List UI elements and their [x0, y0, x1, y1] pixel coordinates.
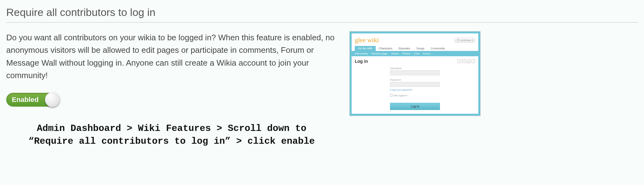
tab-songs[interactable]: Songs — [413, 46, 428, 51]
content-row: Do you want all contributors on your wik… — [6, 31, 638, 148]
instruction-line-2: “Require all contributors to log in” > c… — [16, 135, 328, 148]
subtab-wiki-activity[interactable]: Wiki Activity — [355, 52, 368, 55]
social-icon-2[interactable]: ✦ — [462, 59, 466, 63]
forgot-password-link[interactable]: Forgot your password? — [390, 89, 440, 91]
login-panel: Log in f ✦ g t Username Password Forgot … — [352, 56, 478, 114]
left-column: Do you want all contributors on your wik… — [6, 31, 337, 148]
stay-logged-label: Stay logged in — [393, 94, 407, 97]
secondary-tabs: Wiki Activity Random page Videos Photos … — [352, 51, 478, 56]
subtab-chat[interactable]: Chat — [414, 52, 419, 55]
subtab-forum[interactable]: Forum — [423, 52, 430, 55]
subtab-videos[interactable]: Videos — [391, 52, 399, 55]
screenshot-thumbnail: glee wiki ☰ Contribute ▾ On the Wiki Cha… — [349, 31, 481, 116]
tab-episodes[interactable]: Episodes — [396, 46, 413, 51]
feature-description: Do you want all contributors on your wik… — [6, 31, 337, 82]
login-button[interactable]: Log in — [390, 103, 440, 110]
contribute-label: Contribute — [460, 39, 471, 42]
tab-characters[interactable]: Characters — [376, 46, 396, 51]
toggle-label: Enabled — [12, 96, 39, 104]
subtab-photos[interactable]: Photos — [402, 52, 410, 55]
instruction-text: Admin Dashboard > Wiki Features > Scroll… — [6, 122, 337, 148]
login-form: Username Password Forgot your password? … — [390, 67, 440, 110]
wiki-logo: glee wiki — [355, 36, 379, 44]
toggle-knob[interactable] — [45, 92, 60, 107]
password-input[interactable] — [390, 82, 440, 87]
social-icon-1[interactable]: f — [457, 59, 461, 63]
contribute-button[interactable]: ☰ Contribute ▾ — [455, 38, 475, 42]
subtab-random-page[interactable]: Random page — [372, 52, 387, 55]
login-header: Log in f ✦ g t — [355, 59, 475, 64]
stay-logged-checkbox[interactable] — [390, 94, 393, 97]
section-title: Require all contributors to log in — [6, 6, 638, 22]
tab-community[interactable]: Community — [427, 46, 448, 51]
thumb-header: glee wiki ☰ Contribute ▾ — [355, 36, 475, 44]
password-label: Password — [390, 78, 440, 81]
social-icon-3[interactable]: g — [467, 59, 471, 63]
username-input[interactable] — [390, 70, 440, 75]
username-label: Username — [390, 67, 440, 70]
primary-tabs: On the Wiki Characters Episodes Songs Co… — [355, 46, 475, 51]
tab-on-the-wiki[interactable]: On the Wiki — [355, 46, 376, 51]
thumb-inner: glee wiki ☰ Contribute ▾ On the Wiki Cha… — [352, 33, 478, 114]
social-icons: f ✦ g t — [457, 59, 475, 63]
social-icon-4[interactable]: t — [471, 59, 475, 63]
stay-logged-in[interactable]: Stay logged in — [390, 94, 440, 97]
instruction-line-1: Admin Dashboard > Wiki Features > Scroll… — [16, 122, 328, 135]
login-title: Log in — [355, 59, 368, 64]
enabled-toggle[interactable]: Enabled — [6, 93, 59, 107]
